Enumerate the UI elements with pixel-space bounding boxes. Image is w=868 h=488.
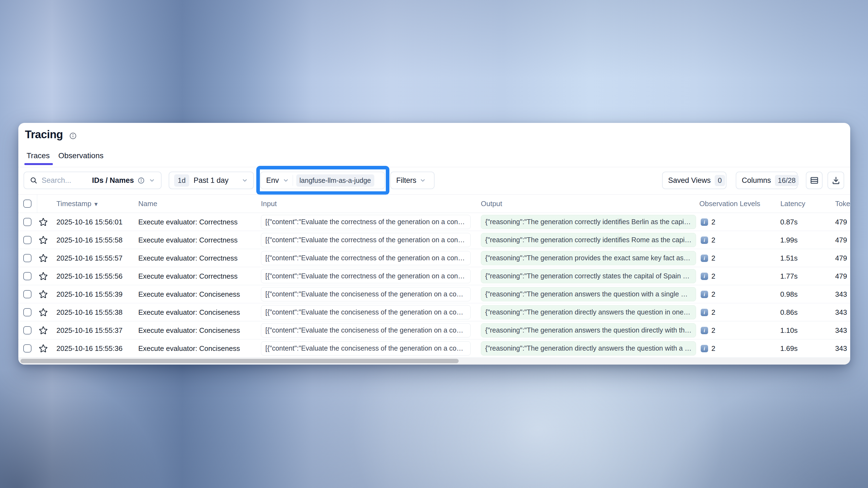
observation-levels-cell: i 2: [701, 231, 715, 249]
tabbar-divider: [18, 167, 850, 167]
table-row[interactable]: 2025-10-16 15:55:37 Execute evaluator: C…: [18, 321, 850, 339]
info-level-icon: i: [701, 236, 708, 244]
header-input[interactable]: Input: [261, 195, 277, 213]
name-cell: Execute evaluator: Conciseness: [138, 285, 240, 303]
observation-levels-cell: i 2: [701, 213, 715, 231]
star-icon[interactable]: [38, 235, 48, 245]
star-icon[interactable]: [38, 289, 48, 299]
header-observation-levels[interactable]: Observation Levels: [699, 195, 761, 213]
info-level-icon: i: [701, 255, 708, 262]
observation-levels-cell: i 2: [701, 339, 715, 357]
output-cell[interactable]: {"reasoning":"The generation correctly i…: [481, 215, 696, 229]
row-checkbox[interactable]: [23, 326, 31, 334]
latency-cell: 1.77s: [744, 267, 798, 285]
table-row[interactable]: 2025-10-16 15:55:57 Execute evaluator: C…: [18, 249, 850, 267]
header-latency[interactable]: Latency: [780, 195, 805, 213]
row-height-button[interactable]: [806, 172, 823, 189]
star-icon[interactable]: [38, 344, 48, 353]
timestamp-cell: 2025-10-16 15:55:37: [56, 321, 122, 339]
output-cell[interactable]: {"reasoning":"The generation correctly s…: [481, 269, 696, 283]
star-icon[interactable]: [38, 217, 48, 227]
table-row[interactable]: 2025-10-16 15:55:36 Execute evaluator: C…: [18, 339, 850, 357]
divider: [293, 175, 293, 186]
columns-button[interactable]: Columns 16/28: [736, 172, 798, 189]
saved-views-count-badge: 0: [715, 175, 725, 186]
filters-label: Filters: [396, 176, 416, 185]
export-button[interactable]: [828, 172, 844, 189]
output-cell[interactable]: {"reasoning":"The generation directly an…: [481, 341, 696, 356]
output-cell[interactable]: {"reasoning":"The generation answers the…: [481, 287, 696, 301]
input-cell[interactable]: [{"content":"Evaluate the conciseness of…: [261, 341, 471, 356]
observation-levels-cell: i 2: [701, 267, 715, 285]
chevron-down-icon: [419, 177, 426, 184]
info-level-icon: i: [701, 345, 708, 352]
observation-levels-cell: i 2: [701, 249, 715, 267]
search-input[interactable]: Search... IDs / Names: [24, 172, 161, 189]
name-cell: Execute evaluator: Conciseness: [138, 321, 240, 339]
row-checkbox[interactable]: [23, 218, 31, 226]
input-cell[interactable]: [{"content":"Evaluate the correctness of…: [261, 233, 471, 247]
star-icon[interactable]: [38, 307, 48, 317]
row-checkbox[interactable]: [23, 272, 31, 280]
input-cell[interactable]: [{"content":"Evaluate the conciseness of…: [261, 323, 471, 337]
horizontal-scrollbar-track[interactable]: [18, 358, 850, 364]
header-output[interactable]: Output: [481, 195, 502, 213]
input-cell[interactable]: [{"content":"Evaluate the correctness of…: [261, 269, 471, 283]
timestamp-cell: 2025-10-16 15:55:38: [56, 303, 122, 321]
tokens-cell: 343 →: [835, 321, 850, 339]
tab-observations[interactable]: Observations: [58, 151, 103, 160]
table-row[interactable]: 2025-10-16 15:55:39 Execute evaluator: C…: [18, 285, 850, 303]
saved-views-button[interactable]: Saved Views 0: [662, 172, 726, 189]
tokens-cell: 343 →: [835, 285, 850, 303]
horizontal-scrollbar-thumb[interactable]: [21, 359, 459, 363]
download-icon: [831, 176, 841, 185]
info-level-icon: i: [701, 327, 708, 334]
row-checkbox[interactable]: [23, 236, 31, 244]
header-tokens[interactable]: Tokens: [835, 195, 850, 213]
header-timestamp[interactable]: Timestamp ▼: [56, 195, 99, 213]
page-title: Tracing: [25, 128, 63, 141]
input-cell[interactable]: [{"content":"Evaluate the correctness of…: [261, 215, 471, 229]
tokens-cell: 479 →: [835, 267, 850, 285]
output-cell[interactable]: {"reasoning":"The generation answers the…: [481, 323, 696, 337]
row-checkbox[interactable]: [23, 290, 31, 298]
output-cell[interactable]: {"reasoning":"The generation correctly i…: [481, 233, 696, 247]
output-cell[interactable]: {"reasoning":"The generation provides th…: [481, 251, 696, 265]
header-name[interactable]: Name: [138, 195, 157, 213]
row-checkbox[interactable]: [23, 344, 31, 353]
table-row[interactable]: 2025-10-16 15:55:58 Execute evaluator: C…: [18, 231, 850, 249]
star-icon[interactable]: [38, 271, 48, 281]
search-icon: [30, 176, 38, 185]
input-cell[interactable]: [{"content":"Evaluate the conciseness of…: [261, 287, 471, 301]
row-checkbox[interactable]: [23, 254, 31, 262]
info-level-icon: i: [701, 291, 708, 298]
sort-desc-icon: ▼: [93, 201, 99, 207]
table-row[interactable]: 2025-10-16 15:55:56 Execute evaluator: C…: [18, 267, 850, 285]
name-cell: Execute evaluator: Correctness: [138, 249, 238, 267]
timestamp-cell: 2025-10-16 15:55:58: [56, 231, 122, 249]
latency-cell: 1.10s: [744, 321, 798, 339]
input-cell[interactable]: [{"content":"Evaluate the correctness of…: [261, 251, 471, 265]
filters-button[interactable]: Filters: [390, 172, 435, 189]
star-icon[interactable]: [38, 253, 48, 263]
select-all-checkbox[interactable]: [23, 199, 31, 208]
columns-count-badge: 16/28: [775, 175, 799, 186]
saved-views-label: Saved Views: [668, 176, 711, 185]
search-scope-label[interactable]: IDs / Names: [92, 176, 134, 185]
tab-traces[interactable]: Traces: [27, 151, 50, 160]
table-row[interactable]: 2025-10-16 15:55:38 Execute evaluator: C…: [18, 303, 850, 321]
tokens-cell: 479 →: [835, 249, 850, 267]
timestamp-cell: 2025-10-16 15:56:01: [56, 213, 122, 231]
env-filter-select[interactable]: Env langfuse-llm-as-a-judge: [260, 172, 385, 189]
row-checkbox[interactable]: [23, 308, 31, 316]
chevron-down-icon: [282, 177, 289, 184]
input-cell[interactable]: [{"content":"Evaluate the conciseness of…: [261, 305, 471, 319]
output-cell[interactable]: {"reasoning":"The generation directly an…: [481, 305, 696, 319]
table-row[interactable]: 2025-10-16 15:56:01 Execute evaluator: C…: [18, 213, 850, 231]
star-icon[interactable]: [38, 325, 48, 335]
env-filter-value: langfuse-llm-as-a-judge: [296, 174, 374, 187]
time-range-select[interactable]: 1d Past 1 day: [169, 172, 254, 189]
observation-levels-cell: i 2: [701, 303, 715, 321]
title-info-icon[interactable]: [69, 132, 77, 139]
timestamp-cell: 2025-10-16 15:55:39: [56, 285, 122, 303]
